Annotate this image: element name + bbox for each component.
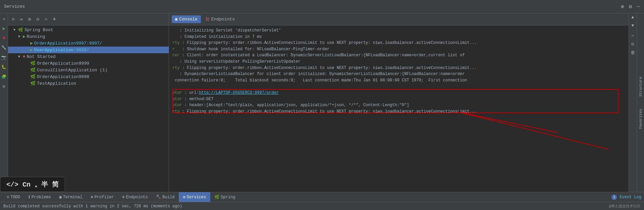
tab-endpoints[interactable]: ⊕ Endpoints [118, 192, 152, 202]
collapse-icon[interactable]: ⇌ [19, 16, 23, 23]
app2-name: UserApplication [34, 48, 73, 53]
tab-services-label: Services [187, 195, 206, 200]
arrow-notstarted: ▼ [18, 55, 23, 59]
add-icon[interactable]: + [52, 16, 57, 23]
app2-port: :8888/ [73, 48, 89, 53]
settings-icon[interactable]: ⚙ [629, 3, 632, 10]
tab-build[interactable]: 🔨 Build [152, 192, 179, 202]
log-line: cer : Client: order instantiated a LoadB… [172, 52, 625, 59]
puzzle-icon[interactable]: 🧩 [0, 73, 7, 80]
status-bar: Build completed successfully with 1 warn… [0, 202, 644, 210]
tab-problems-label: Problems [32, 195, 51, 200]
refresh-icon[interactable]: ↺ [2, 15, 6, 22]
url-link[interactable]: http://LAPTOP-Q5G5ERCQ:9997/order [199, 90, 279, 95]
scroll-up-icon[interactable]: ▲ [632, 15, 634, 20]
camera-icon[interactable]: 📷 [0, 54, 7, 61]
ime-text: </> Cn 。半 简 [6, 181, 59, 189]
app6-icon: 🌿 [30, 81, 36, 86]
console-icon: ▣ [175, 17, 177, 22]
log-line: connection failure:0; Total blackout sec… [172, 77, 625, 84]
globe-icon[interactable]: ⊕ [621, 3, 624, 10]
svg-line-0 [458, 112, 558, 133]
tree-item-userapplication[interactable]: ▶ UserApplication :8888/ [8, 47, 169, 53]
app4-name: ConsulClientApplication (1) [37, 68, 108, 73]
app-running-icon: ▶ [30, 41, 33, 46]
log-line: : DynamicServerListLoadBalancer for clie… [172, 71, 625, 77]
left-toolbar: ≡ ⇌ ⊞ ⊟ ≈ + [8, 13, 169, 25]
favorites-tab[interactable]: Favorites [637, 106, 644, 131]
tab-todo[interactable]: ≡ TODO [3, 192, 24, 202]
endpoints-bottom-icon: ⊕ [122, 195, 124, 200]
log-line-header: ptor : header:[Accept:"text/plain, appli… [172, 102, 625, 109]
tab-problems[interactable]: ℹ Problems [24, 192, 55, 202]
vertical-sidebar: Structure Favorites [637, 13, 644, 192]
tree-item-order9998[interactable]: 🌿 OrderApplication9998 [8, 73, 169, 80]
scroll-format-icon[interactable]: ⊟ [632, 42, 634, 47]
tab-terminal[interactable]: ▣ Terminal [55, 192, 87, 202]
sort-icon[interactable]: ≈ [44, 16, 48, 23]
tab-spring[interactable]: 🌿 Spring [210, 192, 239, 202]
ime-bar: </> Cn 。半 简 [0, 177, 65, 192]
expand-all-icon[interactable]: ≡ [11, 16, 15, 23]
tree-item-order9999[interactable]: 🌿 OrderApplication9999 [8, 60, 169, 67]
filter-icon[interactable]: ⊟ [35, 16, 40, 23]
tab-services[interactable]: ⚙ Services [179, 192, 210, 202]
right-scrollbar-area: ▲ ▼ ⇒ ⊟ 🗑 [629, 13, 637, 192]
status-right: @稀土掘金技术社区 [609, 204, 641, 209]
tab-build-label: Build [162, 195, 174, 200]
log-line-url: ptor : url:http://LAPTOP-Q5G5ERCQ:9997/o… [172, 90, 625, 96]
title-text: Services [4, 4, 25, 9]
app1-name: OrderApplication9997 [34, 41, 87, 46]
notstarted-icon: ✖ [23, 54, 25, 59]
title-bar-right: ⊕ ⚙ — [621, 3, 640, 10]
tree-item-springboot[interactable]: ▼ 🌿 Spring Boot [8, 27, 169, 33]
app1-port: :9997/ [87, 41, 102, 46]
app6-name: TestApplication [37, 81, 76, 86]
endpoints-icon: ⛓ [206, 17, 210, 22]
log-line: : Completed initialization in 7 ms [172, 34, 625, 40]
app5-icon: 🌿 [30, 74, 36, 79]
tree-item-order9997[interactable]: ▶ OrderApplication9997 :9997/ [8, 40, 169, 47]
log-line [172, 83, 625, 90]
console-content[interactable]: : Initializing Servlet 'dispatcherServle… [169, 25, 629, 192]
tab-profiler[interactable]: ⊛ Profiler [87, 192, 118, 202]
wrench-icon[interactable]: 🔧 [0, 44, 7, 51]
tree-item-running[interactable]: ▼ ▶ Running [8, 33, 169, 40]
tab-endpoints[interactable]: ⛓ Endpoints [202, 15, 238, 23]
log-line: rty : Flipping property: order.ribbon.Ac… [172, 65, 625, 71]
grid-icon[interactable]: ⊞ [2, 83, 6, 90]
tab-console[interactable]: ▣ Console [172, 15, 201, 23]
scroll-down-icon[interactable]: ▼ [632, 23, 634, 28]
tab-terminal-label: Terminal [63, 195, 83, 200]
structure-tab[interactable]: Structure [637, 74, 644, 99]
tab-endpoints-label: Endpoints [126, 195, 148, 200]
app3-icon: 🌿 [30, 61, 36, 66]
tree-item-consul[interactable]: 🌿 ConsulClientApplication (1) [8, 67, 169, 73]
services-icon: ⚙ [183, 195, 185, 200]
status-message: Build completed successfully with 1 warn… [3, 204, 182, 209]
bottom-toolbar: ≡ TODO ℹ Problems ▣ Terminal ⊛ Profiler … [0, 192, 644, 202]
group-icon[interactable]: ⊞ [27, 16, 32, 23]
run-icon[interactable]: ▶ [2, 25, 6, 32]
bug-icon[interactable]: 🐛 [0, 64, 7, 71]
structure-sidebar: ↺ ▶ ■ 🔧 📷 🐛 🧩 ⊞ [0, 13, 8, 192]
springboot-label: Spring Boot [24, 27, 53, 32]
watermark: @稀土掘金技术社区 [609, 204, 641, 209]
todo-icon: ≡ [7, 195, 9, 200]
endpoints-label: Endpoints [211, 17, 235, 22]
problems-icon: ℹ [29, 195, 30, 200]
minimize-icon[interactable]: — [637, 4, 640, 10]
running-label: Running [27, 34, 45, 39]
app5-name: OrderApplication9998 [37, 74, 89, 79]
tree-item-testapp[interactable]: 🌿 TestApplication [8, 80, 169, 87]
log-line: : Using serverListUpdater PollingServerL… [172, 59, 625, 65]
tree-item-notstarted[interactable]: ▼ ✖ Not Started [8, 53, 169, 60]
springboot-icon: 🌿 [18, 27, 23, 32]
left-panel: ≡ ⇌ ⊞ ⊟ ≈ + ▼ 🌿 Spring Boot ▼ ▶ Running [8, 13, 169, 192]
event-log-label[interactable]: Event Log [620, 195, 641, 200]
clear-icon[interactable]: 🗑 [631, 50, 635, 55]
scroll-right-icon[interactable]: ⇒ [632, 33, 634, 38]
stop-icon[interactable]: ■ [2, 35, 6, 42]
terminal-icon: ▣ [59, 195, 62, 200]
build-icon: 🔨 [156, 195, 161, 200]
